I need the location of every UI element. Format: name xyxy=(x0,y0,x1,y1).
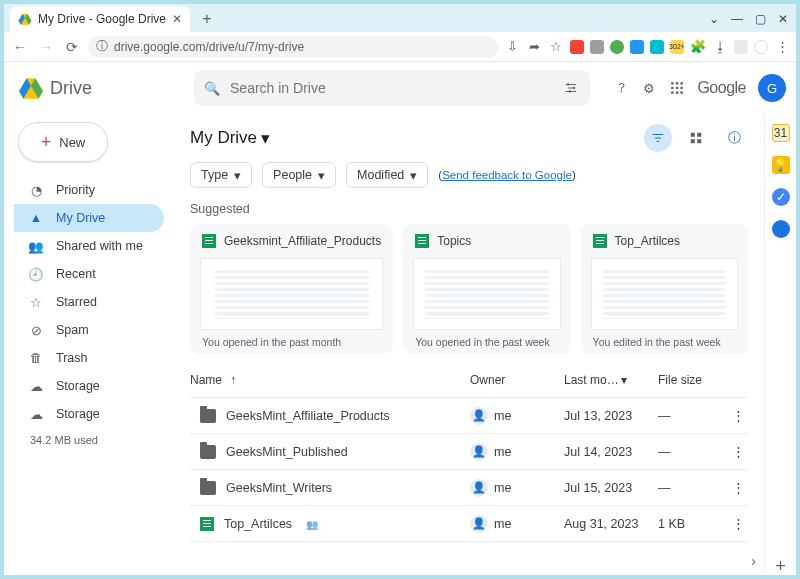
suggested-card[interactable]: Geeksmint_Affiliate_Products You opened … xyxy=(190,224,393,354)
table-row[interactable]: GeeksMint_Published 👤me Jul 14, 2023 — ⋮ xyxy=(190,434,748,470)
svg-rect-18 xyxy=(691,133,695,137)
filter-modified-chip[interactable]: Modified▾ xyxy=(346,162,428,188)
drive-logo[interactable]: Drive xyxy=(18,75,92,101)
trash-icon: 🗑 xyxy=(28,351,44,365)
sidebar-item-shared[interactable]: 👥Shared with me xyxy=(14,232,164,260)
col-owner[interactable]: Owner xyxy=(470,373,564,387)
modified-text: Jul 15, 2023 xyxy=(564,481,658,495)
maximize-icon[interactable]: ▢ xyxy=(755,12,766,26)
chevron-down-icon[interactable]: ⌄ xyxy=(709,12,719,26)
filter-type-chip[interactable]: Type▾ xyxy=(190,162,252,188)
col-name[interactable]: Name↑ xyxy=(190,373,470,387)
grid-view-button[interactable] xyxy=(682,124,710,152)
sidebar-item-spam[interactable]: ⊘Spam xyxy=(14,316,164,344)
search-options-icon[interactable] xyxy=(562,81,580,95)
browser-menu-icon[interactable]: ⋮ xyxy=(774,39,790,55)
spam-icon: ⊘ xyxy=(28,323,44,338)
contacts-addon-icon[interactable]: 👤 xyxy=(772,220,790,238)
sidebar-item-starred[interactable]: ☆Starred xyxy=(14,288,164,316)
shared-indicator-icon xyxy=(302,517,318,531)
sidebar-item-my-drive[interactable]: ▲My Drive xyxy=(14,204,164,232)
file-name: GeeksMint_Affiliate_Products xyxy=(226,409,390,423)
extension-icon[interactable] xyxy=(610,40,624,54)
add-addon-icon[interactable]: + xyxy=(772,557,790,575)
sidebar-item-storage[interactable]: ☁Storage xyxy=(14,400,164,428)
row-menu-button[interactable]: ⋮ xyxy=(728,408,748,423)
table-row[interactable]: Top_Artilces 👤me Aug 31, 2023 1 KB ⋮ xyxy=(190,506,748,542)
app-header: Drive 🔍 ？ ⚙ Google G xyxy=(4,62,796,114)
extension-icon[interactable] xyxy=(590,40,604,54)
profile-avatar-icon[interactable] xyxy=(754,40,768,54)
svg-point-17 xyxy=(681,91,684,94)
svg-point-6 xyxy=(567,83,569,85)
folder-icon xyxy=(200,409,216,423)
site-info-icon[interactable]: ⓘ xyxy=(96,38,108,55)
card-title: Topics xyxy=(437,234,471,248)
extension-icon[interactable] xyxy=(630,40,644,54)
details-button[interactable]: ⓘ xyxy=(720,124,748,152)
downloads-icon[interactable]: ⭳ xyxy=(712,39,728,55)
filter-button[interactable] xyxy=(644,124,672,152)
card-subtitle: You opened in the past month xyxy=(190,330,393,354)
tab-title: My Drive - Google Drive xyxy=(38,12,166,26)
hide-panel-icon[interactable]: › xyxy=(751,553,756,569)
page-title[interactable]: My Drive ▾ xyxy=(190,128,270,149)
svg-point-8 xyxy=(569,90,571,92)
table-row[interactable]: GeeksMint_Affiliate_Products 👤me Jul 13,… xyxy=(190,398,748,434)
extension-icon[interactable] xyxy=(570,40,584,54)
col-modified[interactable]: Last mo…▾ xyxy=(564,373,658,387)
close-window-icon[interactable]: ✕ xyxy=(778,12,788,26)
bookmark-icon[interactable]: ☆ xyxy=(548,39,564,55)
sort-asc-icon: ↑ xyxy=(230,373,236,387)
col-size[interactable]: File size xyxy=(658,373,728,387)
folder-icon xyxy=(200,481,216,495)
sidebar-item-trash[interactable]: 🗑Trash xyxy=(14,344,164,372)
row-menu-button[interactable]: ⋮ xyxy=(728,444,748,459)
browser-tab[interactable]: My Drive - Google Drive ✕ xyxy=(10,6,190,32)
support-icon[interactable]: ？ xyxy=(613,80,629,96)
modified-text: Jul 14, 2023 xyxy=(564,445,658,459)
minimize-icon[interactable]: — xyxy=(731,12,743,26)
extensions-menu-icon[interactable]: 🧩 xyxy=(690,39,706,55)
settings-icon[interactable]: ⚙ xyxy=(641,80,657,96)
extension-badge[interactable]: 302+ xyxy=(670,40,684,54)
row-menu-button[interactable]: ⋮ xyxy=(728,516,748,531)
new-tab-button[interactable]: + xyxy=(196,8,218,30)
reload-button[interactable]: ⟳ xyxy=(62,37,82,57)
filter-people-chip[interactable]: People▾ xyxy=(262,162,336,188)
sidebar-item-storage[interactable]: ☁Storage xyxy=(14,372,164,400)
search-input[interactable] xyxy=(230,80,552,96)
caret-down-icon: ▾ xyxy=(410,168,417,183)
profile-icon[interactable] xyxy=(734,40,748,54)
extension-icon[interactable] xyxy=(650,40,664,54)
owner-text: me xyxy=(494,444,511,458)
sidebar-item-priority[interactable]: ◔Priority xyxy=(14,176,164,204)
address-bar[interactable]: ⓘ drive.google.com/drive/u/7/my-drive xyxy=(88,36,498,58)
feedback-link[interactable]: Send feedback to Google xyxy=(442,169,572,181)
close-tab-icon[interactable]: ✕ xyxy=(172,12,182,26)
caret-down-icon: ▾ xyxy=(261,128,270,149)
sidebar-item-recent[interactable]: 🕘Recent xyxy=(14,260,164,288)
drive-logo-icon xyxy=(18,75,44,101)
row-menu-button[interactable]: ⋮ xyxy=(728,480,748,495)
owner-text: me xyxy=(494,480,511,494)
suggested-card[interactable]: Top_Artilces You edited in the past week xyxy=(581,224,748,354)
sheets-icon xyxy=(593,234,607,248)
suggested-card[interactable]: Topics You opened in the past week xyxy=(403,224,570,354)
card-title: Top_Artilces xyxy=(615,234,680,248)
tasks-addon-icon[interactable]: ✓ xyxy=(772,188,790,206)
share-icon[interactable]: ➦ xyxy=(526,39,542,55)
apps-grid-icon[interactable] xyxy=(669,80,685,96)
keep-addon-icon[interactable]: 💡 xyxy=(772,156,790,174)
install-icon[interactable]: ⇩ xyxy=(504,39,520,55)
calendar-addon-icon[interactable]: 31 xyxy=(772,124,790,142)
owner-text: me xyxy=(494,408,511,422)
new-button[interactable]: + New xyxy=(18,122,108,162)
account-avatar[interactable]: G xyxy=(758,74,786,102)
forward-button[interactable]: → xyxy=(36,37,56,57)
shared-icon: 👥 xyxy=(28,239,44,254)
back-button[interactable]: ← xyxy=(10,37,30,57)
search-bar[interactable]: 🔍 xyxy=(194,70,590,106)
table-row[interactable]: GeeksMint_Writers 👤me Jul 15, 2023 — ⋮ xyxy=(190,470,748,506)
svg-point-10 xyxy=(676,82,679,85)
